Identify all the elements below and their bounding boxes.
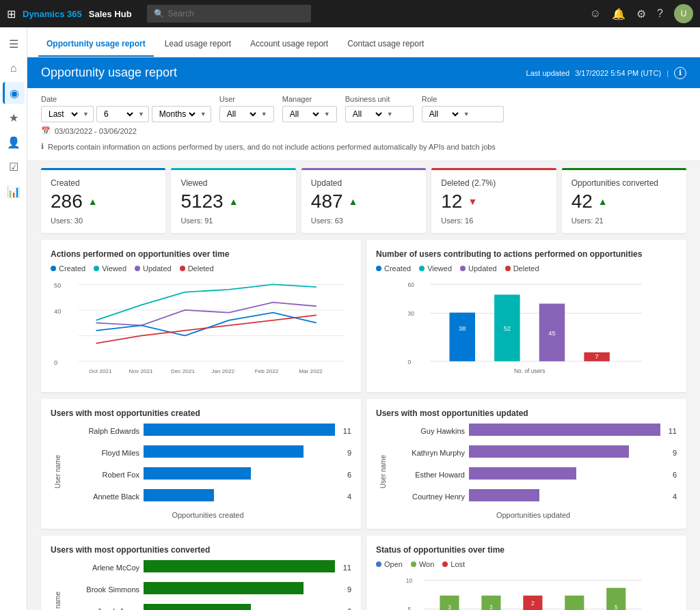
calendar-icon: 📅 xyxy=(41,126,51,135)
tab-opportunity[interactable]: Opportunity usage report xyxy=(38,32,154,57)
bell-icon[interactable]: 🔔 xyxy=(612,8,625,20)
kpi-deleted-users: Users: 16 xyxy=(441,217,546,225)
smiley-icon[interactable]: ☺ xyxy=(590,8,601,20)
user-dropdown[interactable]: All xyxy=(224,109,258,120)
grid-icon[interactable]: ⊞ xyxy=(7,8,16,20)
line-chart-card: Actions performed on opportunities over … xyxy=(41,240,361,392)
hbar-track xyxy=(144,560,335,575)
sidebar-menu[interactable]: ☰ xyxy=(3,33,25,55)
sidebar-recent[interactable]: ◉ xyxy=(3,82,25,104)
date-filter: Date Last ▼ 6 ▼ Months ▼ xyxy=(41,95,211,122)
avatar[interactable]: U xyxy=(674,4,693,23)
hbar-val: 9 xyxy=(347,585,351,594)
business-unit-select[interactable]: All ▼ xyxy=(345,106,414,122)
charts-row-3: Users with most opportunities converted … xyxy=(27,536,700,610)
hbar-track xyxy=(144,467,339,482)
kpi-deleted: Deleted (2.7%) 12 ▼ Users: 16 xyxy=(431,168,556,233)
tab-account[interactable]: Account usage report xyxy=(242,32,336,57)
charts-row-1: Actions performed on opportunities over … xyxy=(27,240,700,399)
kpi-converted-value: 42 xyxy=(571,191,593,212)
svg-text:2: 2 xyxy=(531,600,535,607)
svg-text:40: 40 xyxy=(54,308,61,315)
hbar-val: 6 xyxy=(347,471,351,479)
sidebar-home[interactable]: ⌂ xyxy=(3,57,25,79)
svg-text:50: 50 xyxy=(54,282,61,289)
bar-legend-created: Created xyxy=(384,264,411,273)
date-type-dropdown[interactable]: Last xyxy=(46,109,80,120)
svg-text:10: 10 xyxy=(406,577,413,584)
kpi-viewed: Viewed 5123 ▲ Users: 91 xyxy=(171,168,295,233)
hbar-converted-ylabel: User name xyxy=(51,560,64,610)
hbar-track xyxy=(469,424,660,439)
user-label: User xyxy=(219,95,274,103)
sidebar-pinned[interactable]: ★ xyxy=(3,107,25,128)
main-content: Opportunity usage report Lead usage repo… xyxy=(27,27,700,610)
hbar-name: Kathryn Murphy xyxy=(390,449,465,457)
svg-text:7: 7 xyxy=(595,353,599,360)
svg-text:5: 5 xyxy=(408,606,412,610)
hbar-val: 11 xyxy=(669,427,677,435)
hbar-track xyxy=(144,445,339,460)
hbar-created-card: Users with most opportunities created Us… xyxy=(41,399,361,529)
kpi-updated: Updated 487 ▲ Users: 63 xyxy=(301,168,426,233)
svg-text:52: 52 xyxy=(504,325,511,332)
kpi-created-value: 286 xyxy=(51,191,83,212)
hbar-track xyxy=(144,489,339,504)
hbar-track xyxy=(144,604,339,610)
hbar-row: Arlene McCoy 11 xyxy=(64,560,351,575)
manager-dropdown[interactable]: All xyxy=(287,109,321,120)
gear-icon[interactable]: ⚙ xyxy=(636,8,646,20)
manager-select[interactable]: All ▼ xyxy=(282,106,337,122)
date-num-dropdown[interactable]: 6 xyxy=(101,109,135,120)
sidebar-reports[interactable]: 📊 xyxy=(3,180,25,202)
hbar-converted-bars: Arlene McCoy 11 Brook Simmons 9 xyxy=(64,560,351,610)
kpi-created-users: Users: 30 xyxy=(51,217,156,225)
help-icon[interactable]: ? xyxy=(657,8,663,20)
hbar-created-title: Users with most opportunities created xyxy=(51,408,351,418)
tab-contact[interactable]: Contact usage report xyxy=(339,32,432,57)
sidebar-contacts[interactable]: 👤 xyxy=(3,131,25,153)
date-type-select[interactable]: Last ▼ xyxy=(41,106,94,122)
kpi-converted-trend: ▲ xyxy=(598,196,608,207)
date-period-select[interactable]: Months ▼ xyxy=(152,106,211,122)
legend-open: Open xyxy=(384,560,403,568)
page-title: Opportunity usage report xyxy=(41,66,177,80)
hbar-name: Arlene McCoy xyxy=(64,564,139,572)
charts-row-2: Users with most opportunities created Us… xyxy=(27,399,700,536)
hbar-name: Guy Hawkins xyxy=(390,427,465,435)
role-dropdown[interactable]: All xyxy=(427,109,461,120)
app-name: Sales Hub xyxy=(89,9,132,19)
search-bar[interactable]: 🔍 xyxy=(147,5,311,23)
svg-text:3: 3 xyxy=(489,604,493,610)
stacked-chart-card: Status of opportunities over time Open W… xyxy=(366,536,686,610)
hbar-updated-card: Users with most opportunities updated Us… xyxy=(366,399,686,529)
user-select[interactable]: All ▼ xyxy=(219,106,274,122)
legend-deleted: Deleted xyxy=(188,264,214,273)
svg-text:Mar 2022: Mar 2022 xyxy=(299,368,323,374)
logo: Dynamics 365 xyxy=(23,9,82,19)
hbar-row: Guy Hawkins 11 xyxy=(390,424,677,439)
legend-won: Won xyxy=(419,560,434,568)
hbar-val: 6 xyxy=(347,607,351,610)
kpi-converted: Opportunities converted 42 ▲ Users: 21 xyxy=(562,168,686,233)
role-select[interactable]: All ▼ xyxy=(422,106,504,122)
hbar-val: 6 xyxy=(673,471,677,479)
hbar-row: Courtney Henry 4 xyxy=(390,489,677,504)
legend-updated: Updated xyxy=(143,264,172,273)
info-note: ℹ Reports contain information on actions… xyxy=(41,139,686,154)
search-input[interactable] xyxy=(168,9,304,18)
hbar-row: Brook Simmons 9 xyxy=(64,582,351,597)
sidebar-tasks[interactable]: ☑ xyxy=(3,156,25,178)
hbar-name: Courtney Henry xyxy=(390,493,465,501)
svg-text:Oct 2021: Oct 2021 xyxy=(89,368,111,374)
info-note-icon: ℹ xyxy=(41,142,44,151)
date-period-dropdown[interactable]: Months xyxy=(157,109,198,120)
svg-text:0: 0 xyxy=(54,359,57,366)
date-num-select[interactable]: 6 ▼ xyxy=(96,106,149,122)
tab-lead[interactable]: Lead usage report xyxy=(157,32,239,57)
business-unit-dropdown[interactable]: All xyxy=(350,109,384,120)
info-button[interactable]: ℹ xyxy=(674,67,686,79)
manager-label: Manager xyxy=(282,95,337,103)
legend-lost: Lost xyxy=(450,560,465,568)
manager-filter: Manager All ▼ xyxy=(282,95,337,122)
